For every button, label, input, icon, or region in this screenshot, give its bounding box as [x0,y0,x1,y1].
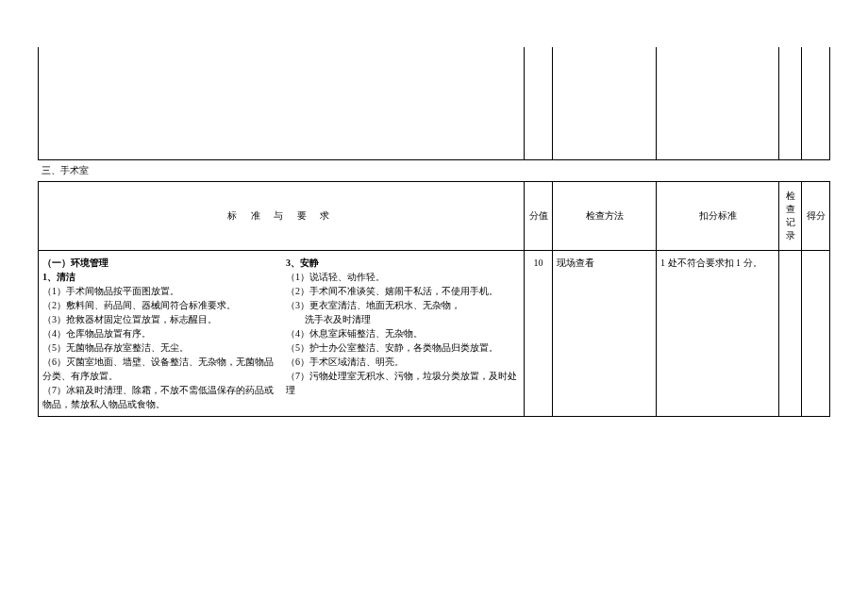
req-item: （3）抢救器材固定位置放置，标志醒目。 [42,312,276,326]
cell-deduct: 1 处不符合要求扣 1 分。 [657,251,779,417]
req-item: （7）冰箱及时清理、除霜，不放不需低温保存的药品或物品，禁放私人物品或食物。 [42,383,276,411]
header-final: 得分 [802,182,830,251]
req-item: （2）手术间不准谈笑、嬉闹干私活，不使用手机。 [286,284,520,298]
req-item: （6）灭菌室地面、墙壁、设备整洁、无杂物，无菌物品分类、有序放置。 [42,355,276,383]
cell-method: 现场查看 [553,251,657,417]
header-method: 检查方法 [553,182,657,251]
cell-score: 10 [525,251,553,417]
cell-record [779,251,802,417]
req-item: （7）污物处理室无积水、污物，垃圾分类放置，及时处理 [286,369,520,397]
header-score: 分值 [525,182,553,251]
req-item: （6）手术区域清洁、明亮。 [286,355,520,369]
req-section-title: （一）环境管理 [42,256,276,270]
req-item: （5）护士办公室整洁、安静，各类物品归类放置。 [286,340,520,355]
req-item: （4）休息室床铺整洁、无杂物。 [286,326,520,340]
req-item: （3）更衣室清洁、地面无积水、无杂物， [286,298,520,312]
standards-table: 标 准 与 要 求 分值 检查方法 扣分标准 检查记录 得分 （一）环境管理 1… [38,181,830,417]
upper-empty-row [38,47,830,160]
req-left-column: （一）环境管理 1、清洁 （1）手术间物品按平面图放置。 （2）敷料间、药品间、… [42,256,276,411]
table-header-row: 标 准 与 要 求 分值 检查方法 扣分标准 检查记录 得分 [39,182,830,251]
req-item: （1）说话轻、动作轻。 [286,270,520,284]
req-item: （5）无菌物品存放室整洁、无尘。 [42,340,276,355]
header-record: 检查记录 [779,182,802,251]
req-item: （4）仓库物品放置有序。 [42,326,276,340]
header-deduct: 扣分标准 [657,182,779,251]
table-row: （一）环境管理 1、清洁 （1）手术间物品按平面图放置。 （2）敷料间、药品间、… [39,251,830,417]
req-item: （2）敷料间、药品间、器械间符合标准要求。 [42,298,276,312]
req-sub-title: 1、清洁 [42,270,276,284]
cell-requirements: （一）环境管理 1、清洁 （1）手术间物品按平面图放置。 （2）敷料间、药品间、… [39,251,525,417]
req-right-column: 3、安静 （1）说话轻、动作轻。 （2）手术间不准谈笑、嬉闹干私活，不使用手机。… [286,256,520,411]
section-title: 三、手术室 [38,160,830,181]
req-item: 洗手衣及时清理 [286,312,520,326]
req-sub-title: 3、安静 [286,256,520,270]
header-requirements: 标 准 与 要 求 [39,182,525,251]
cell-final [802,251,830,417]
req-item: （1）手术间物品按平面图放置。 [42,284,276,298]
